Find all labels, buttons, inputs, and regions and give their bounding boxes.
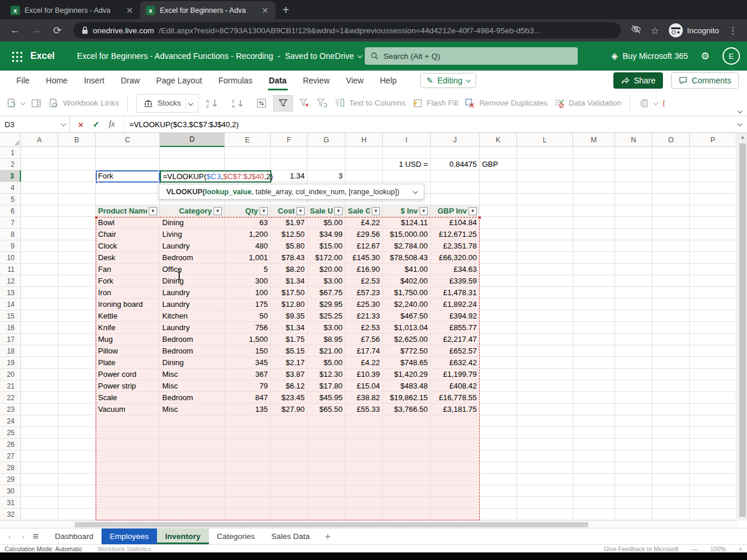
table-cell[interactable]: £38.82 xyxy=(345,392,383,404)
vertical-scrollbar-thumb[interactable] xyxy=(739,144,746,517)
grid-cell[interactable] xyxy=(58,240,96,252)
grid-cell[interactable] xyxy=(271,462,308,474)
grid-cell[interactable] xyxy=(690,497,736,509)
table-cell[interactable]: Bedroom xyxy=(160,345,225,357)
document-title[interactable]: Excel for Beginners - Advanced Functions… xyxy=(77,51,285,61)
zoom-level[interactable]: 100% xyxy=(710,545,726,552)
grid-cell[interactable] xyxy=(431,182,480,194)
table-cell[interactable]: $5.00 xyxy=(308,217,345,229)
grid-cell[interactable] xyxy=(573,509,615,520)
grid-cell[interactable] xyxy=(480,229,517,240)
grid-cell[interactable] xyxy=(21,345,58,357)
grid-cell[interactable] xyxy=(690,264,736,275)
grid-cell[interactable] xyxy=(517,205,573,217)
table-cell[interactable]: Power strip xyxy=(96,380,160,392)
grid-cell[interactable]: Product Name▾ xyxy=(96,205,160,217)
table-cell[interactable]: £10.39 xyxy=(345,369,383,380)
grid-cell[interactable] xyxy=(480,404,517,415)
grid-cell[interactable] xyxy=(615,404,652,415)
confirm-entry-icon[interactable]: ✓ xyxy=(93,120,100,129)
menu-review[interactable]: Review xyxy=(295,72,338,89)
grid-cell[interactable] xyxy=(431,147,480,159)
table-cell[interactable]: $1,750.00 xyxy=(383,287,431,299)
grid-cell[interactable] xyxy=(652,369,690,380)
grid-cell[interactable] xyxy=(431,415,480,427)
filter-dropdown-icon[interactable]: ▾ xyxy=(420,207,428,215)
zoom-in-icon[interactable]: + xyxy=(739,545,742,552)
grid-cell[interactable] xyxy=(225,485,271,497)
grid-cell[interactable] xyxy=(96,485,160,497)
grid-cell[interactable] xyxy=(345,170,383,182)
grid-cell[interactable]: Cost▾ xyxy=(271,205,308,217)
grid-cell[interactable] xyxy=(225,497,271,509)
grid-cell[interactable] xyxy=(615,159,652,170)
grid-cell[interactable] xyxy=(615,345,652,357)
row-header-32[interactable]: 32 xyxy=(0,509,21,520)
grid-cell[interactable] xyxy=(480,485,517,497)
grid-cell[interactable] xyxy=(517,182,573,194)
grid-cell[interactable] xyxy=(690,275,736,287)
horizontal-scrollbar-thumb[interactable] xyxy=(75,522,588,527)
table-cell[interactable]: £3,181.75 xyxy=(431,404,480,415)
table-cell[interactable]: Bedroom xyxy=(160,252,225,264)
table-cell[interactable]: $41.00 xyxy=(383,264,431,275)
grid-cell[interactable] xyxy=(615,240,652,252)
scroll-up-icon[interactable]: ▲ xyxy=(740,134,745,140)
grid-cell[interactable] xyxy=(517,229,573,240)
grid-cell[interactable] xyxy=(345,427,383,439)
table-cell[interactable]: $29.95 xyxy=(308,299,345,310)
grid-cell[interactable] xyxy=(652,147,690,159)
prev-sheet-icon[interactable]: ‹ xyxy=(8,531,11,541)
grid-cell[interactable] xyxy=(573,159,615,170)
table-cell[interactable]: Kettle xyxy=(96,310,160,322)
grid-cell[interactable] xyxy=(652,509,690,520)
grid-cell[interactable] xyxy=(345,509,383,520)
forward-icon[interactable]: → xyxy=(27,24,46,36)
table-cell[interactable]: £2.53 xyxy=(345,322,383,334)
grid-cell[interactable] xyxy=(271,509,308,520)
grid-cell[interactable] xyxy=(96,509,160,520)
grid-cell[interactable] xyxy=(690,357,736,369)
horizontal-scrollbar[interactable] xyxy=(0,520,738,528)
grid-cell[interactable] xyxy=(58,322,96,334)
grid-cell[interactable] xyxy=(573,229,615,240)
table-cell[interactable]: $45.95 xyxy=(308,392,345,404)
grid-cell[interactable] xyxy=(225,509,271,520)
grid-cell[interactable] xyxy=(225,147,271,159)
menu-draw[interactable]: Draw xyxy=(113,72,148,89)
table-cell[interactable]: Kitchen xyxy=(160,310,225,322)
grid-cell[interactable] xyxy=(517,439,573,450)
menu-insert[interactable]: Insert xyxy=(76,72,113,89)
grid-cell[interactable] xyxy=(517,392,573,404)
grid-cell[interactable] xyxy=(573,252,615,264)
grid-cell[interactable] xyxy=(480,299,517,310)
table-cell[interactable]: $1,420.29 xyxy=(383,369,431,380)
row-header-11[interactable]: 11 xyxy=(0,264,21,275)
grid-cell[interactable] xyxy=(652,159,690,170)
grid-cell[interactable] xyxy=(652,310,690,322)
filter-dropdown-icon[interactable]: ▾ xyxy=(334,207,343,215)
table-cell[interactable]: $1,013.04 xyxy=(383,322,431,334)
table-cell[interactable]: 345 xyxy=(225,357,271,369)
table-cell[interactable]: Bowl xyxy=(96,217,160,229)
table-cell[interactable]: Living xyxy=(160,229,225,240)
row-header-2[interactable]: 2 xyxy=(0,159,21,170)
table-cell[interactable]: $3.00 xyxy=(308,322,345,334)
table-cell[interactable]: Dining xyxy=(160,217,225,229)
grid-cell[interactable] xyxy=(517,159,573,170)
row-header-29[interactable]: 29 xyxy=(0,474,21,485)
table-cell[interactable]: Vacuum xyxy=(96,404,160,415)
row-header-5[interactable]: 5 xyxy=(0,194,21,205)
grid-cell[interactable] xyxy=(58,310,96,322)
remove-duplicates-button[interactable]: Remove Duplicates xyxy=(464,97,547,109)
grid-cell[interactable] xyxy=(58,380,96,392)
table-cell[interactable]: $2.17 xyxy=(271,357,308,369)
settings-gear-icon[interactable]: ⚙ xyxy=(701,50,710,62)
grid-cell[interactable] xyxy=(573,380,615,392)
grid-cell[interactable] xyxy=(21,415,58,427)
table-cell[interactable]: Fan xyxy=(96,264,160,275)
grid-cell[interactable] xyxy=(58,194,96,205)
grid-cell[interactable] xyxy=(21,404,58,415)
table-cell[interactable]: 756 xyxy=(225,322,271,334)
table-cell[interactable]: £12.67 xyxy=(345,240,383,252)
